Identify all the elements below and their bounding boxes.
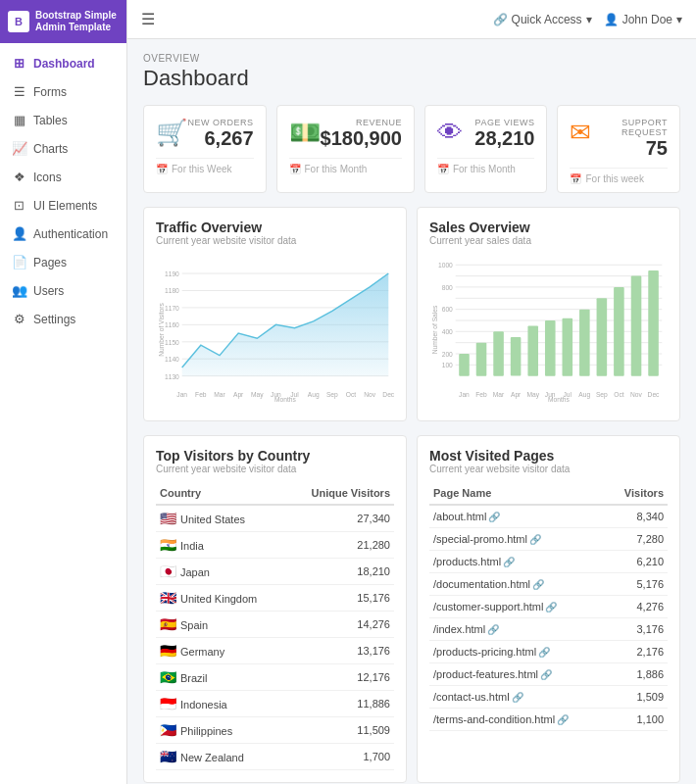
- sidebar-item-ui-elements[interactable]: ⊡UI Elements: [0, 191, 126, 220]
- svg-text:800: 800: [442, 284, 453, 291]
- stat-value-revenue: $180,900: [321, 127, 402, 150]
- user-menu[interactable]: 👤 John Doe ▾: [604, 13, 682, 26]
- flag-icon: 🇮🇳: [160, 537, 176, 553]
- page-title: Dashboard: [143, 66, 680, 91]
- svg-text:Months: Months: [548, 396, 570, 403]
- charts-icon: 📈: [12, 141, 26, 156]
- country-cell: 🇵🇭Philippines: [156, 717, 286, 744]
- sidebar-item-forms[interactable]: ☰Forms: [0, 77, 126, 106]
- tables-icon: ▦: [12, 113, 26, 127]
- svg-rect-54: [545, 320, 556, 376]
- stat-value-support-request: 75: [591, 137, 668, 160]
- visitors-cell: 13,176: [286, 638, 394, 664]
- svg-text:1160: 1160: [165, 321, 179, 328]
- page-cell: /special-promo.html🔗: [429, 528, 609, 551]
- page-visitors-cell: 3,176: [609, 618, 668, 641]
- svg-text:Nov: Nov: [630, 391, 643, 398]
- stat-card-support-request: ✉ SUPPORT REQUEST 75 📅For this week: [557, 105, 680, 193]
- stat-footer-page-views: 📅For this Month: [437, 158, 535, 174]
- link-icon: 🔗: [538, 647, 550, 658]
- svg-rect-48: [493, 331, 504, 375]
- sidebar-item-dashboard[interactable]: ⊞Dashboard: [0, 49, 126, 77]
- sidebar-item-label: Dashboard: [33, 57, 95, 71]
- sidebar-item-tables[interactable]: ▦Tables: [0, 106, 126, 134]
- svg-text:Jan: Jan: [459, 391, 470, 398]
- country-cell: 🇮🇳India: [156, 532, 286, 559]
- svg-rect-44: [459, 354, 470, 376]
- link-icon: 🔗: [532, 579, 544, 590]
- ui-elements-icon: ⊡: [12, 198, 26, 213]
- sales-chart-title: Sales Overview: [429, 220, 668, 235]
- svg-text:1000: 1000: [438, 262, 453, 269]
- pages-icon: 📄: [12, 255, 26, 270]
- pages-table-title: Most Visited Pages: [429, 448, 668, 464]
- link-icon: 🔗: [557, 714, 569, 725]
- svg-text:Oct: Oct: [346, 391, 357, 398]
- stat-footer-new-orders: 📅For this Week: [156, 158, 254, 174]
- visitors-cell: 11,509: [286, 717, 394, 744]
- stat-card-info: REVENUE $180,900: [321, 118, 402, 150]
- page-cell: /contact-us.html🔗: [429, 686, 609, 709]
- visitors-table-card: Top Visitors by Country Current year web…: [143, 435, 407, 783]
- sales-chart-area: 1002004006008001000JanFebMarAprMayJunJul…: [429, 254, 668, 409]
- sidebar-item-pages[interactable]: 📄Pages: [0, 248, 126, 276]
- calendar-icon: 📅: [570, 173, 581, 184]
- link-icon: 🔗: [540, 669, 552, 680]
- svg-rect-58: [579, 310, 590, 376]
- sidebar-item-icons[interactable]: ❖Icons: [0, 163, 126, 191]
- country-cell: 🇬🇧United Kingdom: [156, 585, 286, 612]
- sidebar-item-label: Authentication: [33, 227, 108, 241]
- quick-access-button[interactable]: 🔗 Quick Access ▾: [493, 13, 592, 26]
- country-cell: 🇩🇪Germany: [156, 638, 286, 664]
- stat-card-top: 👁 PAGE VIEWS 28,210: [437, 118, 535, 150]
- stat-label-revenue: REVENUE: [321, 118, 402, 127]
- stat-card-top: ✉ SUPPORT REQUEST 75: [570, 118, 668, 160]
- visitors-cell: 1,700: [286, 744, 394, 770]
- sidebar-item-settings[interactable]: ⚙Settings: [0, 305, 126, 333]
- link-icon: 🔗: [529, 534, 541, 545]
- stat-card-info: PAGE VIEWS 28,210: [474, 118, 534, 150]
- page-cell: /products-pricing.html🔗: [429, 641, 609, 663]
- sidebar-brand: B Bootstrap SimpleAdmin Template: [0, 0, 126, 43]
- visitors-table: Country Unique Visitors 🇺🇸United States2…: [156, 482, 394, 770]
- sidebar-item-label: Icons: [33, 171, 62, 184]
- page-cell: /documentation.html🔗: [429, 573, 609, 596]
- chevron-down-icon: ▾: [586, 13, 592, 26]
- visitors-col2-header: Unique Visitors: [286, 482, 394, 505]
- stat-card-info: SUPPORT REQUEST 75: [591, 118, 668, 160]
- sidebar-item-label: Tables: [33, 114, 68, 127]
- table-row: /customer-support.html🔗4,276: [429, 596, 668, 618]
- svg-text:Aug: Aug: [578, 391, 590, 399]
- svg-text:Dec: Dec: [382, 391, 394, 398]
- svg-rect-66: [648, 270, 659, 376]
- visitors-table-subtitle: Current year website visitor data: [156, 464, 394, 474]
- flag-icon: 🇳🇿: [160, 749, 176, 764]
- sidebar-item-charts[interactable]: 📈Charts: [0, 134, 126, 163]
- authentication-icon: 👤: [12, 226, 26, 241]
- sidebar-item-users[interactable]: 👥Users: [0, 276, 126, 305]
- hamburger-icon: ☰: [141, 10, 155, 28]
- svg-text:Feb: Feb: [195, 391, 207, 398]
- hamburger-menu[interactable]: ☰: [141, 10, 155, 28]
- svg-text:May: May: [251, 391, 264, 399]
- flag-icon: 🇵🇭: [160, 722, 176, 738]
- main-content: ☰ 🔗 Quick Access ▾ 👤 John Doe ▾ OVERVIEW…: [127, 0, 696, 784]
- table-row: 🇯🇵Japan18,210: [156, 559, 394, 585]
- topbar: ☰ 🔗 Quick Access ▾ 👤 John Doe ▾: [127, 0, 696, 39]
- sidebar: B Bootstrap SimpleAdmin Template ⊞Dashbo…: [0, 0, 127, 784]
- table-row: 🇮🇩Indonesia11,886: [156, 691, 394, 717]
- link-icon: 🔗: [487, 624, 499, 635]
- page-cell: /product-features.html🔗: [429, 663, 609, 686]
- svg-text:600: 600: [442, 306, 453, 313]
- table-row: /special-promo.html🔗7,280: [429, 528, 668, 551]
- topbar-right: 🔗 Quick Access ▾ 👤 John Doe ▾: [493, 13, 682, 26]
- traffic-chart-area: 1130114011501160117011801190 JanFebMarAp…: [156, 254, 394, 409]
- svg-text:200: 200: [442, 351, 453, 358]
- sidebar-item-label: Charts: [33, 142, 68, 156]
- pages-col1-header: Page Name: [429, 482, 609, 505]
- visitors-cell: 27,340: [286, 505, 394, 532]
- link-icon: 🔗: [488, 512, 500, 522]
- sidebar-item-authentication[interactable]: 👤Authentication: [0, 220, 126, 248]
- pages-table-card: Most Visited Pages Current year website …: [417, 435, 680, 783]
- svg-text:Dec: Dec: [648, 391, 661, 398]
